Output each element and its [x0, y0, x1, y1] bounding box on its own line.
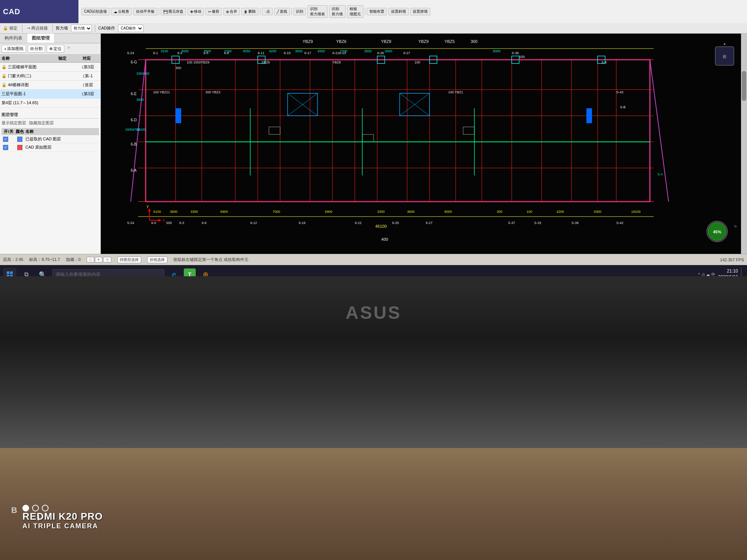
floor-text: 标高：8.75~11.7	[29, 257, 60, 262]
svg-text:8000: 8000	[444, 210, 452, 214]
menu-set-slope[interactable]: 设置斜墙	[388, 8, 409, 15]
hide-layer-btn[interactable]: 隐藏指定图层	[29, 120, 54, 126]
list-item[interactable]: 第4层 (11.7～14.65)	[0, 99, 100, 108]
svg-text:6-11: 6-11	[258, 51, 264, 55]
cut-wall-table-label: 识别剪力墙表	[310, 6, 325, 17]
search-input[interactable]	[52, 269, 164, 276]
menu-trim[interactable]: ✂ 修剪	[205, 8, 222, 15]
locate-btn[interactable]: ⊕ 定位	[47, 45, 64, 53]
svg-text:3350: 3350	[190, 210, 198, 214]
svg-rect-149	[7, 271, 9, 274]
vertical-scrollbar[interactable]	[741, 34, 747, 254]
svg-text:300: 300	[176, 66, 181, 70]
svg-text:46100: 46100	[375, 224, 387, 228]
svg-text:↻: ↻	[734, 224, 737, 228]
menu-delete[interactable]: 🗑 删除	[241, 8, 258, 15]
add-drawing-btn[interactable]: + 添加图纸	[1, 45, 26, 53]
cross-floor-select-btn[interactable]: 跨图层选择	[117, 256, 141, 263]
cross-select-btn[interactable]: ×	[95, 257, 102, 262]
svg-rect-47	[586, 108, 592, 123]
add-icon: +	[4, 47, 6, 51]
cad-canvas[interactable]: 46100 YBZ9 YBZ6 YBZ8 YBZ9 YBZ5 300 S-24 …	[101, 34, 747, 254]
svg-text:6-B: 6-B	[131, 142, 137, 146]
svg-text:6900: 6900	[325, 210, 332, 214]
list-item[interactable]: 🔒 三层楼梯平面图 （第3层	[0, 63, 100, 72]
set-slope-label: 设置斜墙	[391, 9, 406, 14]
menu-line[interactable]: ╱ 直线	[274, 8, 290, 15]
monitor: CAD CAD识别选项 ☁ 云检查 自动平齐板 💾 图元存盘 ✥ 移动	[0, 0, 747, 560]
menu-move[interactable]: ✥ 移动	[187, 8, 204, 15]
layer1-toggle[interactable]: ✓	[3, 137, 8, 142]
snap-btn[interactable]: ⊹	[103, 257, 111, 262]
lock-icon-row3: 🔒	[1, 83, 7, 87]
menu-save[interactable]: 💾 图元存盘	[161, 8, 186, 15]
show-desktop-btn[interactable]	[741, 268, 744, 276]
divider2	[52, 25, 53, 32]
polyline-select-btn[interactable]: 折线选择	[147, 256, 167, 263]
list-item[interactable]: 三层平面图-1 （第3层	[0, 90, 100, 99]
split-btn[interactable]: ⊟ 分割	[28, 45, 45, 53]
app2-btn[interactable]: ⊕	[199, 268, 212, 276]
save-icon: 💾	[163, 10, 168, 14]
windows-btn[interactable]	[3, 268, 16, 276]
svg-text:YBZ9: YBZ9	[418, 39, 429, 44]
elevation-text: 层高：2.95	[3, 257, 23, 262]
menu-set-merge[interactable]: 设置拼墙	[410, 8, 430, 15]
menu-smart-layout[interactable]: 智能布置	[367, 8, 387, 15]
set-merge-label: 设置拼墙	[413, 9, 428, 14]
cad-op-select[interactable]: CAD操作	[118, 25, 143, 32]
menu-cut-wall[interactable]: 识别剪力墙	[329, 5, 345, 18]
svg-text:19100: 19100	[631, 210, 641, 214]
svg-text:8000: 8000	[493, 49, 500, 53]
svg-text:YBZ8: YBZ8	[332, 60, 341, 64]
search-btn[interactable]: 🔍	[36, 268, 49, 276]
wall-type-select[interactable]: 剪力墙	[71, 25, 92, 32]
list-item[interactable]: 🔒 门窗大样(二) （第-1	[0, 72, 100, 81]
menu-cad-options[interactable]: CAD识别选项	[81, 8, 109, 15]
show-layer-btn[interactable]: 显示指定图层	[1, 120, 26, 126]
rect-select-btn[interactable]: □	[87, 257, 94, 262]
tab-drawing-mgmt[interactable]: 图纸管理	[27, 34, 55, 43]
search-icon: 🔍	[39, 271, 46, 277]
layer2-toggle[interactable]: ✓	[3, 145, 8, 150]
scroll-thumb-v[interactable]	[742, 71, 746, 101]
menu-point[interactable]: · 点	[262, 8, 273, 15]
menu-cut-wall-table[interactable]: 识别剪力墙表	[307, 5, 328, 18]
svg-text:3000: 3000	[295, 49, 303, 53]
list-item[interactable]: 🔒 4#楼梯详图 （首层	[0, 81, 100, 90]
app1-btn[interactable]: T	[184, 268, 196, 276]
lock-btn[interactable]: 🔒 锁定	[1, 25, 19, 32]
menu-cloud-check[interactable]: ☁ 云检查	[111, 8, 132, 15]
identify-label: 识别	[296, 9, 303, 14]
add-label: 添加图纸	[7, 46, 24, 52]
delete-icon: 🗑	[244, 10, 248, 14]
menu-identify[interactable]: 识别	[293, 8, 306, 15]
split-icon: ⊟	[30, 46, 34, 51]
row4-match: （第3层	[75, 91, 99, 97]
two-point-link-btn[interactable]: ⊸ 两点链接	[25, 25, 49, 32]
more-btn[interactable]: »	[67, 45, 70, 53]
clock-time: 21:10	[718, 268, 738, 274]
link-icon: ⊸	[27, 26, 30, 31]
svg-text:100 YBZ1: 100 YBZ1	[448, 90, 463, 94]
cad-drawing: 46100 YBZ9 YBZ6 YBZ8 YBZ9 YBZ5 300 S-24 …	[101, 34, 747, 254]
svg-text:6-17: 6-17	[304, 51, 311, 55]
locate-label: 定位	[53, 46, 62, 52]
hidden-display: 隐藏：0	[66, 257, 81, 262]
svg-text:6-A: 6-A	[131, 168, 137, 172]
menu-merge[interactable]: ⊕ 合并	[223, 8, 240, 15]
svg-text:100 1550YBZ9-: 100 1550YBZ9-	[187, 60, 210, 64]
menu-auto-align[interactable]: 自动平齐板	[133, 8, 157, 15]
delete-label: 删除	[248, 9, 256, 14]
merge-icon: ⊕	[226, 10, 229, 14]
svg-text:YBZ8: YBZ8	[381, 39, 391, 44]
menu-verify[interactable]: 校核墙图元	[347, 5, 363, 18]
cloud-check-icon: ☁	[114, 10, 117, 14]
svg-text:200 YBZ3: 200 YBZ3	[205, 90, 220, 94]
tab-component-list[interactable]: 构件列表	[0, 34, 27, 43]
col-header-match: 对应	[75, 56, 99, 61]
task-view-btn[interactable]: ⧉	[19, 268, 33, 276]
svg-text:S-24: S-24	[127, 221, 134, 225]
lock-icon2: 🔒	[3, 26, 8, 31]
browser-btn[interactable]: e	[167, 268, 181, 276]
